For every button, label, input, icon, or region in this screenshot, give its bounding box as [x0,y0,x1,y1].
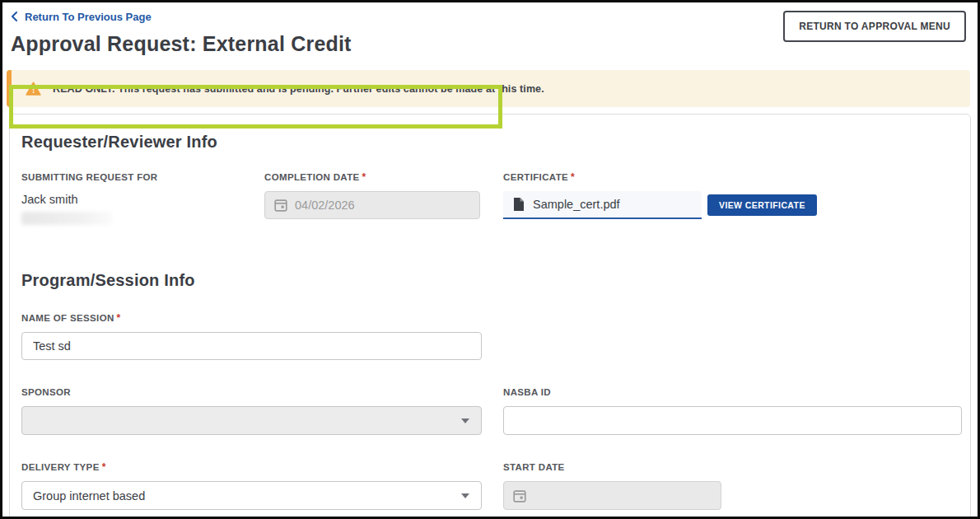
start-date-label: START DATE [503,462,565,472]
nasba-id-input[interactable] [503,406,962,435]
view-certificate-button[interactable]: VIEW CERTIFICATE [707,194,817,216]
delivery-type-label: DELIVERY TYPE [21,462,100,472]
read-only-banner: READ ONLY. This request has submitted an… [7,70,970,107]
name-of-session-field: NAME OF SESSION* [21,310,959,360]
submitting-request-for-field: SUBMITTING REQUEST FOR Jack smith [21,169,264,225]
return-to-approval-menu-button[interactable]: RETURN TO APPROVAL MENU [783,11,966,42]
required-asterisk: * [362,171,366,183]
completion-date-input: 04/02/2026 [264,191,480,219]
delivery-startdate-row: DELIVERY TYPE* Group internet based STAR… [21,459,959,510]
name-of-session-label: NAME OF SESSION [21,313,114,323]
certificate-row: Sample_cert.pdf VIEW CERTIFICATE [503,184,959,219]
read-only-message: READ ONLY. This request has submitted an… [53,83,544,95]
certificate-file-chip[interactable]: Sample_cert.pdf [503,191,702,219]
certificate-label: CERTIFICATE [503,172,568,182]
certificate-field: CERTIFICATE* Sample_cert.pdf VIEW CERTIF… [503,169,959,225]
start-date-field: START DATE [503,459,959,510]
chevron-down-icon [461,493,469,498]
sponsor-select [21,406,482,435]
delivery-type-value: Group internet based [33,489,145,503]
calendar-icon [274,199,287,212]
redacted-text-blur [21,212,112,225]
document-icon [513,198,524,211]
return-previous-page-link[interactable]: Return To Previous Page [11,11,152,23]
chevron-left-icon [11,12,18,21]
calendar-icon [513,489,526,503]
required-asterisk: * [571,171,575,183]
form-card: Requester/Reviewer Info SUBMITTING REQUE… [9,114,971,519]
sponsor-nasba-row: SPONSOR NASBA ID [21,384,959,435]
delivery-type-field: DELIVERY TYPE* Group internet based [21,459,503,510]
sponsor-label: SPONSOR [21,387,71,397]
name-of-session-input[interactable] [21,332,482,360]
back-link-label: Return To Previous Page [25,11,152,23]
required-asterisk: * [102,461,106,473]
delivery-type-select[interactable]: Group internet based [21,481,482,510]
program-session-heading: Program/Session Info [21,271,959,290]
certificate-file-name: Sample_cert.pdf [533,198,620,211]
nasba-id-field: NASBA ID [503,384,962,435]
nasba-id-label: NASBA ID [503,387,551,397]
requester-row: SUBMITTING REQUEST FOR Jack smith COMPLE… [21,169,959,225]
required-asterisk: * [117,312,121,324]
completion-date-value: 04/02/2026 [295,199,355,212]
chevron-down-icon [461,418,469,423]
sponsor-field: SPONSOR [21,384,503,435]
requester-reviewer-heading: Requester/Reviewer Info [21,133,959,152]
approval-request-page: { "header": { "back_link": "Return To Pr… [0,0,980,519]
start-date-input [503,481,721,510]
submitting-request-for-label: SUBMITTING REQUEST FOR [21,172,158,182]
completion-date-field: COMPLETION DATE* 04/02/2026 [264,169,503,225]
top-bar: Return To Previous Page Approval Request… [2,2,978,56]
completion-date-label: COMPLETION DATE [264,172,360,182]
warning-triangle-icon [26,82,41,96]
submitting-request-for-value: Jack smith [21,193,264,206]
